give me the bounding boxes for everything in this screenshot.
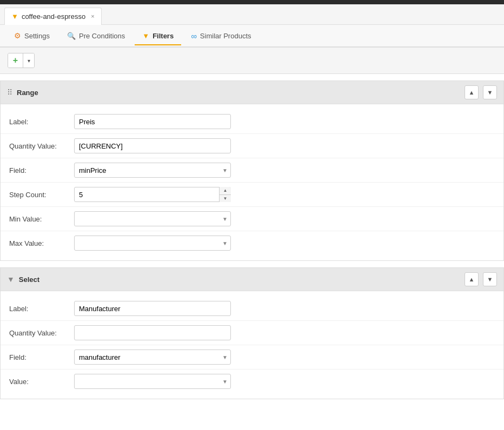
range-section-title: Range [17, 89, 460, 97]
tab-settings-label: Settings [24, 32, 50, 40]
preconditions-icon: 🔍 [67, 32, 76, 40]
range-step-count-down-button[interactable]: ▼ [220, 195, 231, 203]
range-min-value-row: Min Value: ▼ [1, 207, 503, 231]
range-drag-handle[interactable]: ⠿ [7, 88, 12, 97]
range-step-count-input[interactable] [74, 187, 231, 202]
add-btn-plus[interactable]: + [8, 53, 23, 68]
select-label-input[interactable] [74, 301, 231, 316]
add-button[interactable]: + ▾ [8, 53, 35, 68]
select-value-select-wrapper: ▼ [74, 374, 231, 389]
range-max-value-row: Max Value: ▼ [1, 231, 503, 255]
down-icon: ▼ [487, 276, 493, 283]
range-max-value-select-wrapper: ▼ [74, 236, 231, 251]
range-quantity-label: Quantity Value: [9, 142, 74, 150]
select-field-row: Field: manufacturer ▼ [1, 345, 503, 369]
range-field-select-wrapper: minPrice ▼ [74, 163, 231, 178]
range-step-count-arrows: ▲ ▼ [219, 187, 231, 202]
select-field-select-wrapper: manufacturer ▼ [74, 350, 231, 365]
nav-tabs: ⚙ Settings 🔍 Pre Conditions ▼ Filters ∞ … [0, 25, 504, 48]
tab-close-button[interactable]: × [91, 13, 94, 19]
similar-products-icon: ∞ [191, 31, 197, 41]
range-field-row: Field: minPrice ▼ [1, 158, 503, 183]
filters-icon: ▼ [142, 32, 149, 40]
range-label-row: Label: [1, 110, 503, 134]
select-move-down-button[interactable]: ▼ [483, 272, 497, 286]
select-field-select[interactable]: manufacturer [74, 350, 231, 365]
up-icon: ▲ [469, 276, 475, 283]
toolbar: + ▾ [0, 48, 504, 74]
range-min-value-select-wrapper: ▼ [74, 211, 231, 226]
settings-icon: ⚙ [14, 31, 21, 40]
main-tab[interactable]: ▼ coffee-and-espresso × [4, 8, 102, 25]
tab-settings[interactable]: ⚙ Settings [6, 27, 57, 45]
select-value-select[interactable] [74, 374, 231, 389]
dropdown-arrow-icon: ▾ [28, 58, 30, 64]
range-step-count-up-button[interactable]: ▲ [220, 187, 231, 195]
select-form-body: Label: Quantity Value: Field: manufactur… [1, 291, 503, 399]
select-quantity-input[interactable] [74, 325, 231, 340]
tab-filters-label: Filters [152, 32, 174, 40]
select-section: ▼ Select ▲ ▼ Label: Quantity Value: Fiel… [0, 267, 504, 399]
up-icon: ▲ [469, 89, 475, 96]
range-quantity-row: Quantity Value: [1, 134, 503, 158]
tab-similar-products[interactable]: ∞ Similar Products [183, 27, 258, 46]
tab-filters[interactable]: ▼ Filters [135, 28, 181, 45]
select-label-label: Label: [9, 305, 74, 313]
range-label-label: Label: [9, 118, 74, 126]
range-form-body: Label: Quantity Value: Field: minPrice ▼ [1, 104, 503, 260]
select-drag-handle[interactable]: ▼ [7, 275, 15, 284]
range-max-value-select[interactable] [74, 236, 231, 251]
range-max-value-label: Max Value: [9, 239, 74, 247]
add-btn-dropdown[interactable]: ▾ [23, 53, 34, 68]
range-step-count-label: Step Count: [9, 191, 74, 199]
select-quantity-row: Quantity Value: [1, 321, 503, 345]
top-bar [0, 0, 504, 4]
content-area: ⠿ Range ▲ ▼ Label: Quantity Value: Field… [0, 80, 504, 416]
select-section-header: ▼ Select ▲ ▼ [1, 268, 503, 291]
range-min-value-select[interactable] [74, 211, 231, 226]
range-field-label: Field: [9, 166, 74, 174]
select-value-label: Value: [9, 378, 74, 386]
select-field-label: Field: [9, 353, 74, 361]
range-quantity-input[interactable] [74, 138, 231, 153]
tab-preconditions-label: Pre Conditions [79, 32, 125, 40]
range-label-input[interactable] [74, 114, 231, 129]
plus-icon: + [13, 56, 18, 65]
select-quantity-label: Quantity Value: [9, 329, 74, 337]
select-move-up-button[interactable]: ▲ [465, 272, 479, 286]
tab-label: coffee-and-espresso [22, 12, 85, 21]
tab-similar-products-label: Similar Products [200, 32, 251, 40]
range-move-down-button[interactable]: ▼ [483, 85, 497, 99]
range-section: ⠿ Range ▲ ▼ Label: Quantity Value: Field… [0, 80, 504, 261]
tab-preconditions[interactable]: 🔍 Pre Conditions [59, 28, 132, 45]
range-move-up-button[interactable]: ▲ [465, 85, 479, 99]
select-value-row: Value: ▼ [1, 369, 503, 393]
tab-bar: ▼ coffee-and-espresso × [0, 4, 504, 25]
filter-icon: ▼ [11, 12, 18, 21]
range-min-value-label: Min Value: [9, 215, 74, 223]
select-label-row: Label: [1, 297, 503, 321]
range-step-count-spinbox-wrapper: ▲ ▼ [74, 187, 231, 202]
down-icon: ▼ [487, 89, 493, 96]
range-step-count-row: Step Count: ▲ ▼ [1, 183, 503, 207]
select-section-title: Select [19, 276, 460, 284]
range-section-header: ⠿ Range ▲ ▼ [1, 81, 503, 104]
range-field-select[interactable]: minPrice [74, 163, 231, 178]
